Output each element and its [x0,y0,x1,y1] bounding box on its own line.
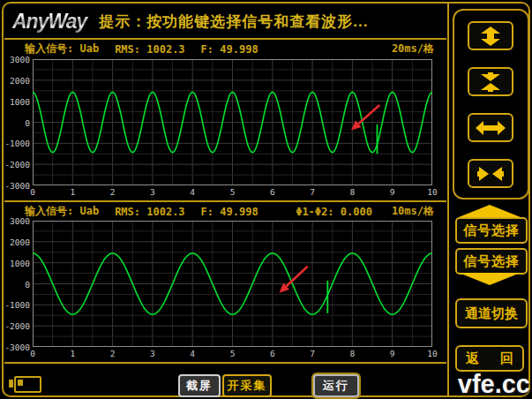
x-tick-label: 5 [224,187,242,197]
y-tick-label: 3000 [2,216,30,226]
y-tick-label: 0 [2,118,30,128]
compress-horizontal-button[interactable] [468,159,513,188]
x-tick-label: 9 [384,187,401,197]
start-capture-button[interactable]: 开采集 [222,374,272,397]
x-tick-label: 2 [104,349,122,358]
signal-select-up-icon[interactable] [459,205,521,217]
x-tick-label: 5 [224,349,242,358]
battery-icon [9,376,41,391]
x-tick-label: 1 [64,349,81,358]
y-tick-label: -2000 [2,160,30,169]
signal-select-down-icon[interactable] [459,273,521,285]
y-tick-label: -1000 [2,139,30,148]
chart1-timebase: 20ms/格 [392,41,434,56]
sidebar-divider [447,4,449,395]
x-tick-label: 0 [24,349,41,358]
expand-horizontal-button[interactable] [468,113,513,142]
back-button[interactable]: 返 回 [455,345,524,372]
expand-horizontal-icon [476,118,506,138]
y-tick-label: -2000 [2,321,30,331]
anyway-analyzer-screen: AnyWay 提示：按功能键选择信号和查看波形... 输入信号: Uab RMS… [0,0,532,399]
chart2-freq-value: F: 49.998 [201,206,259,218]
y-tick-label: 2000 [2,76,30,86]
chart1-rms-value: RMS: 1002.3 [115,43,184,56]
header-divider [4,38,446,40]
x-tick-label: 10 [423,187,441,197]
x-tick-label: 9 [384,349,401,358]
x-tick-label: 6 [264,349,281,358]
expand-vertical-button[interactable] [468,21,513,50]
y-tick-label: 1000 [2,97,30,107]
chart2-timebase: 10ms/格 [392,204,434,219]
chart2-waveform-plot [33,221,432,347]
run-button[interactable]: 运行 [313,374,359,397]
y-tick-label: 0 [2,280,30,290]
compress-vertical-icon [476,72,506,92]
bottombar-divider [4,362,446,364]
chart1-signal-label: 输入信号: Uab [25,41,99,56]
channel-switch-button[interactable]: 通道切换 [455,298,528,328]
compress-horizontal-icon [476,164,506,184]
header: AnyWay 提示：按功能键选择信号和查看波形... [12,5,443,37]
y-tick-label: 3000 [2,55,30,64]
y-tick-label: 2000 [2,237,30,247]
anyway-logo: AnyWay [12,10,90,34]
chart1-info-row: 输入信号: Uab RMS: 1002.3 F: 49.998 20ms/格 [25,41,434,56]
chart2-phase-delta: Φ1-Φ2: 0.000 [296,206,372,218]
x-tick-label: 3 [144,187,161,197]
chart2-info-row: 输入信号: Uab RMS: 1002.3 F: 49.998 Φ1-Φ2: 0… [25,204,434,219]
x-tick-label: 8 [343,349,361,358]
x-tick-label: 4 [184,187,201,197]
x-tick-label: 8 [343,187,361,197]
x-tick-label: 1 [64,187,81,197]
x-tick-label: 2 [104,187,122,197]
chart-divider [4,200,446,202]
back-button-label-right: 回 [500,350,513,367]
x-tick-label: 7 [303,187,321,197]
y-tick-label: -1000 [2,300,30,310]
signal-select-up-button[interactable]: 信号选择 [455,217,528,244]
compress-vertical-button[interactable] [468,67,513,96]
x-tick-label: 0 [24,187,41,197]
x-tick-label: 3 [144,349,161,358]
screenshot-button[interactable]: 截屏 [178,374,221,397]
x-tick-label: 7 [303,349,321,358]
chart1-waveform-plot [33,59,432,185]
y-tick-label: 1000 [2,259,30,268]
x-tick-label: 10 [423,349,441,358]
x-tick-label: 4 [184,349,201,358]
chart2-signal-label: 输入信号: Uab [25,204,99,219]
expand-vertical-icon [476,26,506,46]
x-tick-label: 6 [264,187,281,197]
chart2-rms-value: RMS: 1002.3 [115,206,184,218]
prompt-text: 提示：按功能键选择信号和查看波形... [99,11,368,32]
chart1-freq-value: F: 49.998 [201,43,259,56]
vfe-watermark: vfe.cc [458,370,530,399]
back-button-label-left: 返 [466,350,479,367]
signal-select-down-button[interactable]: 信号选择 [455,248,528,275]
